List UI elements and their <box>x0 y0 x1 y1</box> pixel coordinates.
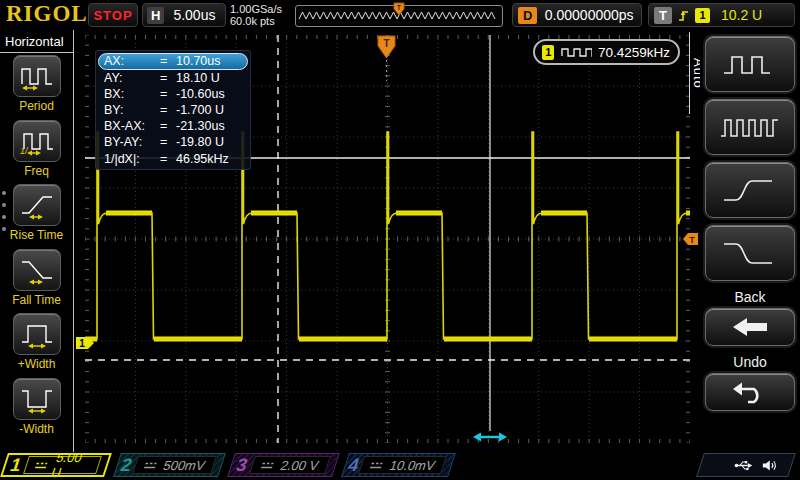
menu-item-label: -Width <box>19 422 54 436</box>
channel-scale-box: 500mV <box>132 456 217 474</box>
trigger-source-badge: 1 <box>695 8 710 23</box>
frequency-value: 70.4259kHz <box>598 45 670 60</box>
cursor-row-by[interactable]: BY: = -1.700 U <box>98 102 248 118</box>
menu-item-plus-width[interactable]: +Width <box>0 311 73 376</box>
run-stop-status[interactable]: STOP <box>88 3 138 27</box>
softkey-square-wave[interactable] <box>705 36 795 92</box>
multi-pulse-icon <box>718 112 782 142</box>
trigger-position-marker[interactable]: T <box>377 35 396 63</box>
status-icons-area <box>696 453 796 477</box>
acquisition-info: 1.00GSa/s 60.0k pts <box>230 3 282 27</box>
delay-value: 0.00000000ps <box>537 7 641 23</box>
coupling-dc-icon <box>34 461 49 470</box>
horizontal-timebase-box[interactable]: H 5.00us <box>142 3 226 27</box>
undo-label: Undo <box>700 354 800 370</box>
cursor-row-byay[interactable]: BY-AY: = -19.80 U <box>98 134 248 150</box>
menu-item-label: Freq <box>24 164 49 178</box>
menu-item-period[interactable]: Period <box>0 53 73 118</box>
falling-edge-icon <box>720 238 780 268</box>
channel-tab-3[interactable]: 3 2.00 V <box>227 453 340 477</box>
back-arrow-icon <box>725 314 775 340</box>
period-icon <box>19 61 55 91</box>
menu-item-fall-time[interactable]: Fall Time <box>0 247 73 312</box>
menu-item-freq[interactable]: 1/ Freq <box>0 118 73 183</box>
channel-tab-2[interactable]: 2 500mV <box>113 453 226 477</box>
trigger-slope-icon <box>677 9 690 22</box>
rising-edge-icon <box>720 175 780 205</box>
delay-label: D <box>518 7 537 24</box>
menu-item-minus-width[interactable]: -Width <box>0 376 73 441</box>
svg-text:T: T <box>689 235 695 245</box>
minus-width-icon <box>19 384 55 414</box>
trigger-level-marker[interactable]: T <box>682 232 699 250</box>
sound-icon <box>762 459 778 472</box>
horizontal-label: H <box>147 7 164 24</box>
freq-channel-badge: 1 <box>542 45 554 60</box>
fall-time-button[interactable] <box>13 249 61 291</box>
cursor-measurement-panel: AX: = 10.70us AY: = 18.10 U BX: = -10.60… <box>95 50 251 170</box>
undo-button[interactable] <box>705 373 795 411</box>
channel-tab-4[interactable]: 4 10.0mV <box>341 453 456 477</box>
channel1-ground-marker[interactable]: 1 <box>75 336 95 354</box>
softkey-multi-pulse[interactable] <box>705 99 795 155</box>
fall-time-icon <box>19 255 55 285</box>
undo-arrow-icon <box>730 379 770 405</box>
timebase-value: 5.00us <box>173 7 215 23</box>
rise-time-button[interactable] <box>13 184 61 226</box>
svg-text:1: 1 <box>79 338 85 349</box>
plus-width-button[interactable] <box>13 313 61 355</box>
back-button[interactable] <box>705 308 795 346</box>
coupling-dc-icon <box>260 461 276 470</box>
softkey-rising-edge[interactable] <box>705 162 795 218</box>
cursor-row-invdx[interactable]: 1/|dX|: = 46.95kHz <box>98 150 248 166</box>
run-state-label: STOP <box>93 8 132 23</box>
cursor-row-bxax[interactable]: BX-AX: = -21.30us <box>98 118 248 134</box>
back-label: Back <box>700 289 800 305</box>
square-wave-icon <box>560 45 592 59</box>
trigger-label: T <box>654 7 672 24</box>
minus-width-button[interactable] <box>13 378 61 420</box>
rise-time-icon <box>19 190 55 220</box>
channel-status-bar: 1 5.00 U 2 500mV 3 <box>0 452 800 480</box>
channel-scale-box: 10.0mV <box>358 456 447 474</box>
brand-logo: RIGOL <box>6 1 88 27</box>
svg-text:T: T <box>383 38 389 49</box>
svg-text:T: T <box>397 4 402 11</box>
cursor-row-ax[interactable]: AX: = 10.70us <box>98 53 248 70</box>
display-graticule: AX: = 10.70us AY: = 18.10 U BX: = -10.60… <box>85 35 690 443</box>
square-wave-icon <box>720 49 780 79</box>
menu-item-label: Period <box>19 99 54 113</box>
trigger-info-box[interactable]: T 1 10.2 U <box>648 3 795 27</box>
period-button[interactable] <box>13 55 61 97</box>
usb-icon <box>734 459 753 472</box>
svg-text:1/: 1/ <box>20 146 29 156</box>
freq-button[interactable]: 1/ <box>13 120 61 162</box>
cursor-row-bx[interactable]: BX: = -10.60us <box>98 86 248 102</box>
coupling-dc-icon <box>142 461 158 470</box>
left-menu-title: Horizontal <box>0 30 73 53</box>
waveform-memory-preview[interactable]: T <box>295 5 503 27</box>
menu-item-label: Fall Time <box>12 293 61 307</box>
menu-page-dots <box>2 191 6 231</box>
coupling-dc-icon <box>369 461 385 470</box>
channel-scale-box: 5.00 U <box>23 456 102 474</box>
right-soft-menu: Back Undo <box>700 30 800 452</box>
channel-tab-1[interactable]: 1 5.00 U <box>0 453 112 477</box>
memory-depth: 60.0k pts <box>230 15 282 27</box>
plus-width-icon <box>19 319 55 349</box>
menu-item-label: Rise Time <box>10 228 63 242</box>
freq-icon: 1/ <box>19 126 55 156</box>
menu-item-rise-time[interactable]: Rise Time <box>0 182 73 247</box>
oscilloscope-screen: RIGOL STOP H 5.00us 1.00GSa/s 60.0k pts … <box>0 0 800 480</box>
trigger-level-value: 10.2 U <box>721 7 762 23</box>
left-menu-horizontal: Horizontal Period 1/ <box>0 30 74 452</box>
trigger-position-marker-small[interactable]: T <box>393 2 405 20</box>
cursor-row-ay[interactable]: AY: = 18.10 U <box>98 70 248 86</box>
frequency-counter-readout: 1 70.4259kHz <box>533 39 680 65</box>
trigger-delay-box[interactable]: D 0.00000000ps <box>512 3 642 27</box>
menu-item-label: +Width <box>18 357 56 371</box>
sample-rate: 1.00GSa/s <box>230 3 282 15</box>
channel-scale-box: 2.00 V <box>249 456 331 474</box>
softkey-falling-edge[interactable] <box>705 225 795 281</box>
